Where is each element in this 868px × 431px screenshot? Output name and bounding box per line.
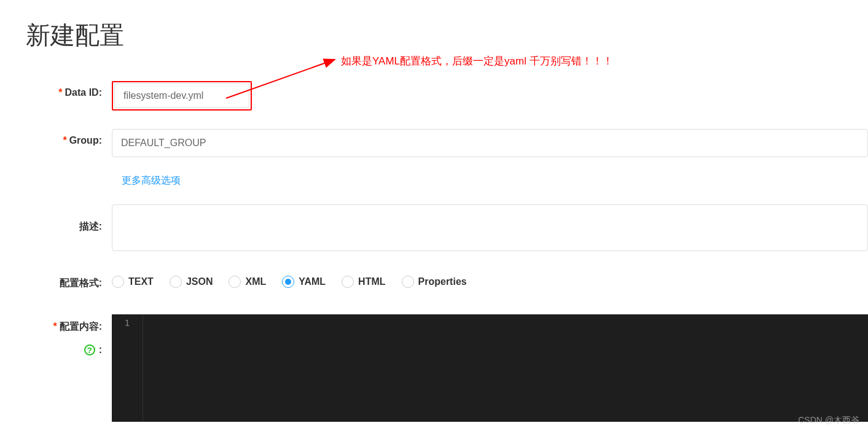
data-id-input[interactable]	[114, 83, 249, 108]
content-label: *配置内容:	[26, 314, 102, 333]
required-star: *	[58, 87, 62, 98]
group-input[interactable]	[112, 129, 868, 157]
code-editor[interactable]: 1	[112, 314, 868, 422]
radio-label: JSON	[186, 276, 213, 287]
required-star: *	[53, 321, 57, 332]
radio-circle	[112, 276, 124, 288]
radio-label: HTML	[358, 276, 385, 287]
radio-option-json[interactable]: JSON	[170, 276, 213, 288]
data-id-label: *Data ID:	[26, 81, 112, 98]
format-label: 配置格式:	[26, 271, 112, 290]
annotation-text: 如果是YAML配置格式，后缀一定是yaml 千万别写错！！！	[341, 54, 613, 68]
format-radio-group: TEXTJSONXMLYAMLHTMLProperties	[112, 271, 467, 288]
group-row: *Group:	[0, 129, 868, 157]
radio-label: YAML	[299, 276, 326, 287]
radio-circle	[282, 276, 294, 288]
description-row: 描述:	[0, 204, 868, 254]
advanced-options-link[interactable]: 更多高级选项	[0, 174, 868, 187]
data-id-row: *Data ID:	[0, 81, 868, 111]
radio-circle	[342, 276, 354, 288]
radio-option-html[interactable]: HTML	[342, 276, 385, 288]
radio-label: TEXT	[128, 276, 154, 287]
radio-option-properties[interactable]: Properties	[402, 276, 467, 288]
help-icon[interactable]: ?	[84, 344, 95, 355]
radio-label: XML	[245, 276, 266, 287]
radio-label: Properties	[418, 276, 467, 287]
radio-circle	[229, 276, 241, 288]
radio-dot	[285, 279, 291, 285]
required-star: *	[63, 135, 66, 146]
help-row: ? :	[26, 333, 102, 355]
radio-option-xml[interactable]: XML	[229, 276, 266, 288]
radio-circle	[170, 276, 182, 288]
format-row: 配置格式: TEXTJSONXMLYAMLHTMLProperties	[0, 271, 868, 290]
group-label: *Group:	[26, 129, 112, 146]
data-id-highlight-box	[112, 81, 252, 111]
content-row: *配置内容: ? : 1	[0, 314, 868, 422]
watermark: CSDN @木西爷	[798, 415, 859, 426]
line-number: 1	[112, 314, 143, 422]
description-label: 描述:	[26, 204, 112, 233]
radio-option-text[interactable]: TEXT	[112, 276, 154, 288]
radio-circle	[402, 276, 414, 288]
editor-content[interactable]	[143, 314, 868, 422]
radio-option-yaml[interactable]: YAML	[282, 276, 326, 288]
description-input[interactable]	[112, 204, 868, 251]
help-colon: :	[99, 344, 102, 355]
